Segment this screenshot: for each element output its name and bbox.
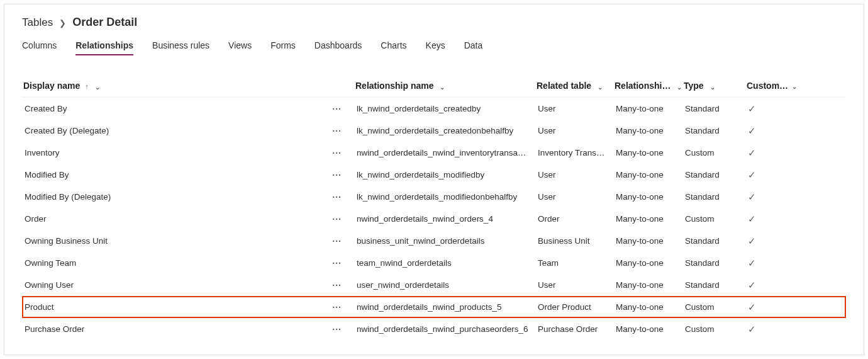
table-row[interactable]: Owning User···user_nwind_orderdetailsUse… (22, 274, 846, 296)
breadcrumb-root[interactable]: Tables (22, 16, 53, 29)
cell-relationship-name: lk_nwind_orderdetails_createdby (357, 104, 538, 113)
cell-relationship-type: Many-to-one (616, 302, 685, 312)
tabs: ColumnsRelationshipsBusiness rulesViewsF… (4, 40, 864, 55)
cell-display-name: Order··· (23, 214, 357, 224)
tab-forms[interactable]: Forms (270, 40, 296, 55)
more-icon[interactable]: ··· (332, 127, 353, 135)
display-name-text: Owning User (25, 280, 74, 290)
tab-dashboards[interactable]: Dashboards (314, 40, 362, 55)
cell-related-table: Purchase Order (538, 324, 616, 334)
breadcrumb: Tables ❯ Order Detail (4, 16, 864, 40)
more-icon[interactable]: ··· (332, 105, 353, 113)
cell-related-table: Order (538, 214, 616, 224)
header-relationship-name-label: Relationship name (355, 81, 433, 91)
chevron-right-icon: ❯ (59, 18, 66, 28)
display-name-text: Owning Team (25, 258, 76, 268)
tab-columns[interactable]: Columns (22, 40, 57, 55)
display-name-text: Created By (Delegate) (25, 126, 109, 135)
cell-display-name: Owning Team··· (23, 258, 357, 268)
cell-relationship-name: lk_nwind_orderdetails_createdonbehalfby (357, 126, 538, 135)
header-display-name[interactable]: Display name ↑ ⌄ (22, 81, 355, 91)
cell-relationship-type: Many-to-one (616, 236, 685, 246)
display-name-text: Modified By (Delegate) (25, 192, 111, 202)
header-row: Display name ↑ ⌄ Relationship name ⌄ Rel… (22, 81, 846, 98)
display-name-text: Order (25, 214, 47, 224)
data-rows: Created By···lk_nwind_orderdetails_creat… (22, 98, 846, 340)
more-icon[interactable]: ··· (332, 215, 353, 224)
cell-display-name: Modified By··· (23, 170, 357, 180)
cell-display-name: Owning Business Unit··· (23, 236, 357, 246)
more-icon[interactable]: ··· (332, 303, 353, 312)
chevron-down-icon[interactable]: ⌄ (677, 84, 682, 91)
cell-relationship-name: business_unit_nwind_orderdetails (357, 236, 538, 246)
cell-related-table: Business Unit (538, 236, 616, 246)
cell-relationship-type: Many-to-one (616, 192, 685, 202)
cell-type: Standard (685, 126, 748, 135)
chevron-down-icon[interactable]: ⌄ (440, 84, 445, 91)
header-related-table[interactable]: Related table ⌄ (537, 81, 615, 91)
cell-type: Standard (685, 280, 748, 290)
more-icon[interactable]: ··· (332, 259, 353, 268)
cell-relationship-name: lk_nwind_orderdetails_modifiedonbehalfby (357, 192, 538, 202)
table-row[interactable]: Created By (Delegate)···lk_nwind_orderde… (22, 120, 846, 142)
header-relationship-name[interactable]: Relationship name ⌄ (355, 81, 537, 91)
tab-data[interactable]: Data (464, 40, 483, 55)
header-type-label: Type (684, 81, 704, 91)
more-icon[interactable]: ··· (332, 193, 353, 202)
more-icon[interactable]: ··· (332, 281, 353, 290)
cell-relationship-name: lk_nwind_orderdetails_modifiedby (357, 170, 538, 180)
page-wrap: Tables ❯ Order Detail ColumnsRelationshi… (0, 0, 868, 359)
cell-relationship-name: nwind_orderdetails_nwind_purchaseorders_… (357, 324, 538, 334)
cell-type: Standard (685, 236, 748, 246)
cell-type: Custom (685, 324, 748, 334)
table-row[interactable]: Owning Business Unit···business_unit_nwi… (22, 230, 846, 252)
cell-display-name: Created By (Delegate)··· (23, 126, 357, 135)
chevron-down-icon[interactable]: ⌄ (598, 84, 603, 91)
cell-relationship-type: Many-to-one (616, 280, 685, 290)
table-row[interactable]: Inventory···nwind_orderdetails_nwind_inv… (22, 142, 846, 164)
chevron-down-icon[interactable]: ⌄ (95, 84, 100, 91)
tab-keys[interactable]: Keys (426, 40, 445, 55)
tab-charts[interactable]: Charts (381, 40, 406, 55)
check-icon: ✓ (748, 147, 756, 159)
display-name-text: Purchase Order (25, 324, 84, 334)
table-row[interactable]: Owning Team···team_nwind_orderdetailsTea… (22, 252, 846, 274)
table-row[interactable]: Created By···lk_nwind_orderdetails_creat… (22, 98, 846, 120)
cell-related-table: User (538, 280, 616, 290)
tab-business-rules[interactable]: Business rules (152, 40, 209, 55)
table-row[interactable]: Product···nwind_orderdetails_nwind_produ… (22, 296, 846, 318)
table-row[interactable]: Modified By (Delegate)···lk_nwind_orderd… (22, 186, 846, 208)
more-icon[interactable]: ··· (332, 171, 353, 180)
tab-relationships[interactable]: Relationships (75, 40, 133, 55)
cell-customizable: ✓ (748, 103, 804, 115)
chevron-down-icon[interactable]: ⌄ (792, 83, 797, 90)
cell-type: Standard (685, 170, 748, 180)
cell-display-name: Modified By (Delegate)··· (23, 192, 357, 202)
cell-type: Standard (685, 104, 748, 113)
display-name-text: Created By (25, 104, 67, 113)
check-icon: ✓ (748, 169, 756, 181)
table-row[interactable]: Order···nwind_orderdetails_nwind_orders_… (22, 208, 846, 230)
sort-asc-icon: ↑ (85, 83, 89, 90)
cell-type: Custom (685, 148, 748, 157)
header-customizable[interactable]: Custom… ⌄ (747, 81, 803, 91)
chevron-down-icon[interactable]: ⌄ (710, 84, 715, 91)
header-display-name-label: Display name (23, 81, 80, 91)
more-icon[interactable]: ··· (332, 149, 353, 157)
check-icon: ✓ (748, 236, 756, 247)
table-row[interactable]: Modified By···lk_nwind_orderdetails_modi… (22, 164, 846, 186)
cell-related-table: Order Product (538, 302, 616, 312)
display-name-text: Product (25, 302, 54, 312)
header-type[interactable]: Type ⌄ (684, 81, 747, 91)
header-relationship[interactable]: Relationshi… ⌄ (615, 81, 684, 91)
cell-display-name: Inventory··· (23, 148, 357, 157)
table-row[interactable]: Purchase Order···nwind_orderdetails_nwin… (22, 318, 846, 340)
cell-customizable: ✓ (748, 169, 804, 181)
cell-relationship-type: Many-to-one (616, 214, 685, 224)
cell-relationship-type: Many-to-one (616, 258, 685, 268)
more-icon[interactable]: ··· (332, 237, 353, 246)
tab-views[interactable]: Views (228, 40, 252, 55)
cell-related-table: User (538, 104, 616, 113)
more-icon[interactable]: ··· (332, 325, 353, 334)
cell-related-table: User (538, 126, 616, 135)
